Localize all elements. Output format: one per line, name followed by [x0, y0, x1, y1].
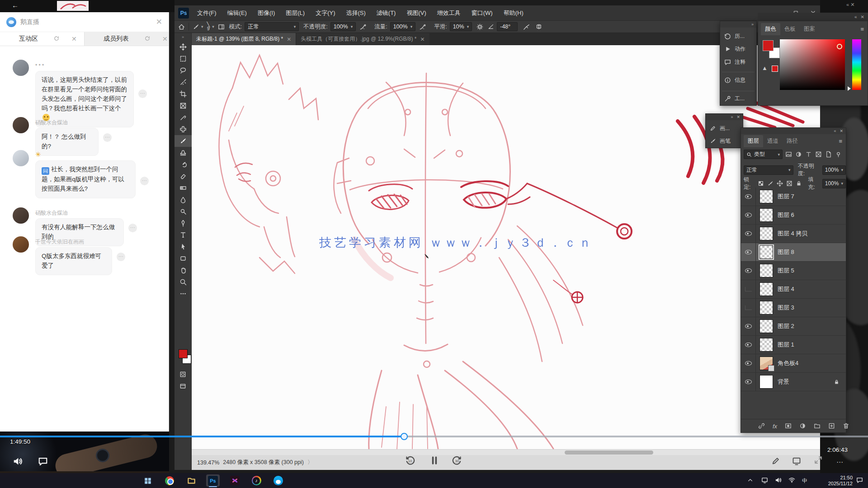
visibility-eye-icon[interactable]	[745, 213, 752, 217]
chat-close-icon[interactable]: ✕	[156, 17, 162, 27]
layer-row[interactable]: 图层 8	[741, 243, 846, 262]
airbrush-opacity-icon[interactable]	[359, 23, 366, 30]
toggle-brush-panel-icon[interactable]	[218, 23, 225, 30]
quick-mask-icon[interactable]	[179, 371, 186, 378]
taskbar-app-qq[interactable]	[271, 474, 285, 487]
flow-field[interactable]: 100%▾	[390, 22, 416, 31]
message-more-icon[interactable]: ⋯	[103, 133, 112, 142]
avatar[interactable]	[13, 207, 29, 224]
delete-layer-icon[interactable]	[843, 422, 849, 429]
brush-preset-icon[interactable]	[193, 23, 199, 30]
visibility-eye-icon[interactable]	[745, 194, 752, 199]
chat-message-list[interactable]: • • •话说，这期男头快结束了，以前在群里看见一个老师问纯背面的头发怎么画，问…	[0, 47, 169, 432]
lock-all-icon[interactable]	[796, 180, 802, 187]
tab-layers[interactable]: 图层	[744, 135, 763, 147]
eraser-tool[interactable]	[175, 170, 192, 182]
filter-pixel-icon[interactable]	[785, 151, 792, 158]
opacity-value[interactable]: 100%▾	[822, 165, 846, 175]
new-group-icon[interactable]	[814, 422, 821, 429]
marquee-tool[interactable]	[175, 53, 192, 65]
message-more-icon[interactable]: ⋯	[128, 224, 137, 232]
taskbar-app-pink-app[interactable]	[228, 474, 241, 487]
mini-player-icon[interactable]	[792, 456, 801, 465]
screen-mode-icon[interactable]	[179, 383, 186, 389]
taskbar-app-start[interactable]	[141, 474, 155, 487]
menu-file[interactable]: 文件(F)	[192, 5, 222, 20]
annotate-pencil-icon[interactable]	[771, 456, 780, 465]
menu-view[interactable]: 视图(V)	[401, 5, 431, 20]
visibility-eye-icon[interactable]	[745, 343, 752, 347]
pen-pressure-icon[interactable]	[523, 23, 530, 30]
panel-expand-icon[interactable]: »	[751, 22, 754, 27]
edit-toolbar[interactable]	[175, 288, 192, 300]
layer-row[interactable]: 图层 5	[741, 262, 846, 280]
panel-expand-icon[interactable]: »	[731, 115, 733, 119]
tray-volume-icon[interactable]	[775, 477, 782, 483]
layer-thumbnail[interactable]	[760, 264, 773, 277]
eyedropper-tool[interactable]	[175, 112, 192, 123]
hue-slider[interactable]	[852, 39, 861, 90]
panel-button-artboard[interactable]: 画...	[706, 122, 743, 135]
tab-swatches[interactable]: 色板	[780, 23, 800, 35]
color-picker-ring[interactable]	[837, 44, 842, 49]
close-panel-icon[interactable]: ✕	[861, 14, 864, 19]
danmaku-toggle-icon[interactable]	[38, 456, 48, 466]
layer-thumbnail[interactable]	[760, 338, 773, 352]
layer-row[interactable]: 角色板4	[741, 354, 846, 373]
visibility-eye-icon[interactable]	[745, 250, 752, 254]
menu-select[interactable]: 选择(S)	[340, 5, 371, 20]
layer-row[interactable]: 背景	[741, 373, 846, 391]
fullscreen-exit-icon[interactable]	[814, 455, 823, 465]
doc-tab-untitled[interactable]: 未标题-1 @ 139% (图层 8, RGB/8) *✕	[192, 33, 296, 45]
volume-icon[interactable]	[13, 456, 23, 466]
taskbar-app-music[interactable]	[250, 474, 263, 487]
tray-clock[interactable]: 21:50 2025/11/12	[828, 475, 853, 486]
filter-adjustment-icon[interactable]	[795, 151, 802, 158]
type-tool[interactable]	[175, 229, 192, 241]
progress-bar-played[interactable]	[0, 436, 404, 437]
rewind-10-button[interactable]: 10	[405, 455, 415, 463]
dock-collapse-icon[interactable]: « ✕	[846, 2, 854, 8]
panel-button-notes[interactable]: 注释	[720, 56, 756, 68]
clone-stamp-tool[interactable]	[175, 147, 192, 159]
message-more-icon[interactable]: ⋯	[138, 89, 147, 98]
lasso-tool[interactable]	[175, 65, 192, 76]
healing-tool[interactable]	[175, 123, 192, 135]
layer-thumbnail[interactable]	[760, 357, 773, 370]
close-tab-icon[interactable]: ✕	[71, 35, 77, 42]
frame-tool[interactable]	[175, 100, 192, 112]
menu-edit[interactable]: 编辑(E)	[222, 5, 252, 20]
layer-row[interactable]: 图层 6	[741, 206, 846, 225]
refresh-icon[interactable]	[53, 35, 60, 42]
layer-thumbnail[interactable]	[760, 282, 773, 296]
layer-filter-type[interactable]: 类型▾	[744, 150, 783, 159]
pen-tool[interactable]	[175, 217, 192, 229]
path-select-tool[interactable]	[175, 241, 192, 253]
taskbar-app-chrome[interactable]	[163, 474, 176, 487]
gradient-tool[interactable]	[175, 182, 192, 194]
message-more-icon[interactable]: ⋯	[117, 253, 125, 261]
progress-bar-remaining[interactable]	[404, 436, 868, 437]
tab-color[interactable]: 颜色	[761, 23, 780, 35]
adjustment-layer-icon[interactable]	[799, 422, 806, 429]
dodge-tool[interactable]	[175, 206, 192, 217]
color-field[interactable]	[780, 39, 845, 90]
video-thumbnail[interactable]	[57, 1, 89, 11]
lock-artboard-icon[interactable]	[786, 180, 793, 187]
foreground-color-swatch[interactable]	[179, 349, 188, 358]
close-doc-icon[interactable]: ✕	[420, 36, 425, 42]
layer-row[interactable]: 图层 2	[741, 317, 846, 336]
layer-thumbnail[interactable]	[760, 190, 773, 203]
lock-pixels-icon[interactable]	[767, 180, 774, 187]
tray-notification-icon[interactable]	[856, 477, 863, 483]
layer-row[interactable]: 图层 7	[741, 188, 846, 206]
brush-size-picker[interactable]: ╲9	[207, 23, 210, 31]
lock-transparency-icon[interactable]	[758, 180, 764, 187]
layer-thumbnail[interactable]	[760, 245, 773, 259]
back-arrow-icon[interactable]: ←	[12, 1, 19, 9]
pause-button[interactable]	[429, 455, 439, 465]
more-options-icon[interactable]: ⋯	[836, 458, 844, 466]
zoom-level[interactable]: 139.47%	[197, 460, 219, 466]
quick-select-tool[interactable]	[175, 76, 192, 88]
menu-help[interactable]: 帮助(H)	[498, 5, 529, 20]
